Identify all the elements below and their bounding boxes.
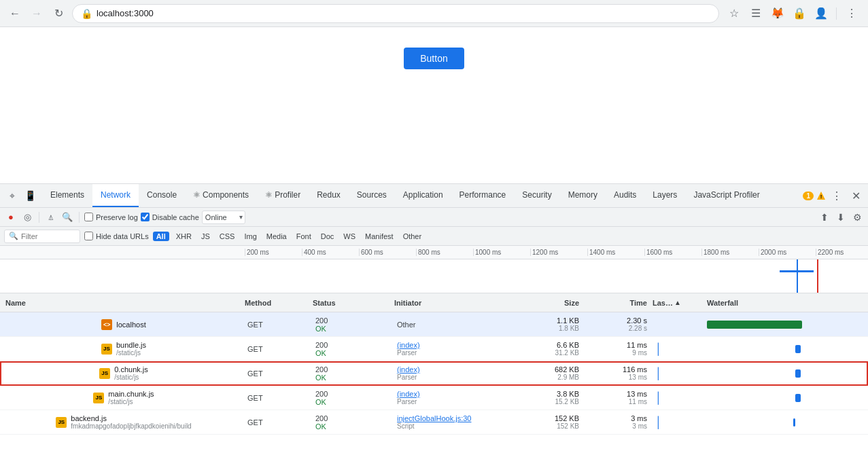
tab-redux[interactable]: Redux xyxy=(309,184,349,207)
tab-console[interactable]: Console xyxy=(139,184,185,207)
filter-input[interactable] xyxy=(21,232,75,240)
timeline-label-2000: 2000 ms xyxy=(759,249,816,256)
filter-type-manifest[interactable]: Manifest xyxy=(362,232,396,241)
initiator-link[interactable]: (index) xyxy=(397,341,514,349)
cell-name-inner: localhost xyxy=(116,321,145,329)
cell-las-localhost xyxy=(653,312,707,336)
tab-redux-label: Redux xyxy=(317,190,341,200)
filter-type-ws[interactable]: WS xyxy=(341,232,358,241)
components-icon: ⚛ xyxy=(193,190,201,200)
filter-type-xhr[interactable]: XHR xyxy=(173,232,194,241)
tab-elements[interactable]: Elements xyxy=(42,184,92,207)
preserve-log-checkbox[interactable] xyxy=(84,213,93,221)
time-main: 2.30 s xyxy=(627,316,647,325)
cell-size-localhost: 1.1 KB 1.8 KB xyxy=(517,312,585,336)
disable-cache-checkbox[interactable] xyxy=(141,213,150,221)
filter-type-css[interactable]: CSS xyxy=(217,232,238,241)
initiator-link[interactable]: (index) xyxy=(397,365,514,374)
devtools-more-button[interactable]: ⋮ xyxy=(829,187,845,204)
search-button[interactable]: 🔍 xyxy=(60,211,74,224)
tab-sources-label: Sources xyxy=(357,190,387,200)
cell-waterfall-backend xyxy=(707,410,868,434)
col-header-las[interactable]: Las… ▲ xyxy=(653,299,707,307)
tab-layers[interactable]: Layers xyxy=(644,184,685,207)
import-button[interactable]: ⬆ xyxy=(818,211,831,224)
back-button[interactable]: ← xyxy=(7,5,23,22)
forward-button[interactable]: → xyxy=(29,5,45,22)
filter-type-other[interactable]: Other xyxy=(400,232,425,241)
table-row[interactable]: JS main.chunk.js /static/js GET 200 OK (… xyxy=(0,386,868,410)
filter-type-font[interactable]: Font xyxy=(294,232,314,241)
size-secondary: 31.2 KB xyxy=(555,349,579,357)
col-header-name[interactable]: Name xyxy=(0,299,245,307)
tab-audits[interactable]: Audits xyxy=(606,184,644,207)
tab-components[interactable]: ⚛ Components xyxy=(185,184,257,207)
tab-application[interactable]: Application xyxy=(395,184,451,207)
filter-type-js[interactable]: JS xyxy=(198,232,213,241)
svg-text:!: ! xyxy=(820,194,822,200)
col-header-time[interactable]: Time xyxy=(585,299,653,307)
bookmark-button[interactable]: ☆ xyxy=(725,4,744,23)
cell-name-inner: backend.js fmkadmapgofadopljbjfkapdkoien… xyxy=(71,414,191,430)
table-row[interactable]: JS backend.js fmkadmapgofadopljbjfkapdko… xyxy=(0,410,868,435)
address-bar[interactable]: 🔒 localhost:3000 xyxy=(72,4,719,23)
filter-type-media[interactable]: Media xyxy=(264,232,290,241)
cell-las-chunk: │ xyxy=(653,361,707,385)
filter-type-img[interactable]: Img xyxy=(241,232,259,241)
hide-data-checkbox[interactable] xyxy=(84,232,93,240)
profile-button[interactable]: 👤 xyxy=(812,4,831,23)
initiator-type: Parser xyxy=(397,349,514,357)
cell-initiator-bundle: (index) Parser xyxy=(394,337,517,361)
col-header-method[interactable]: Method xyxy=(245,299,313,307)
timeline-labels: 200 ms 400 ms 600 ms 800 ms 1000 ms 1200… xyxy=(245,249,868,256)
cell-name-chunk: JS 0.chunk.js /static/js xyxy=(0,361,245,385)
record-button[interactable]: ● xyxy=(4,211,18,224)
tab-network[interactable]: Network xyxy=(92,184,139,207)
table-row[interactable]: JS 0.chunk.js /static/js GET 200 OK (ind… xyxy=(0,361,868,386)
col-header-waterfall[interactable]: Waterfall xyxy=(707,299,868,307)
extension-2-button[interactable]: 🔒 xyxy=(790,4,809,23)
tab-js-profiler[interactable]: JavaScript Profiler xyxy=(685,184,767,207)
col-header-size[interactable]: Size xyxy=(517,299,585,307)
time-secondary: 13 ms xyxy=(629,374,647,381)
hide-data-label[interactable]: Hide data URLs xyxy=(84,232,149,240)
col-header-initiator[interactable]: Initiator xyxy=(394,299,517,307)
inspect-element-button[interactable]: ⌖ xyxy=(4,187,20,204)
table-row[interactable]: JS bundle.js /static/js GET 200 OK (inde… xyxy=(0,337,868,361)
waterfall-marker-icon: │ xyxy=(655,343,704,355)
tab-sources[interactable]: Sources xyxy=(349,184,395,207)
waterfall-bar xyxy=(795,345,801,353)
throttle-select[interactable]: Online Fast 3G Slow 3G Offline xyxy=(202,211,245,224)
cell-initiator-backend: injectGlobalHook.js:30 Script xyxy=(394,410,517,434)
devtools-close-button[interactable]: ✕ xyxy=(848,187,864,204)
timeline-label-600: 600 ms xyxy=(359,249,416,256)
filter-type-all[interactable]: All xyxy=(153,232,169,241)
table-row[interactable]: <> localhost GET 200 OK Other 1.1 KB 1.8… xyxy=(0,312,868,337)
timeline-label-400: 400 ms xyxy=(302,249,359,256)
extension-1-button[interactable]: 🦊 xyxy=(768,4,787,23)
tab-profiler[interactable]: ⚛ Profiler xyxy=(257,184,309,207)
reload-button[interactable]: ↻ xyxy=(50,5,67,22)
initiator-link[interactable]: (index) xyxy=(397,390,514,398)
timeline-graph[interactable] xyxy=(0,259,868,293)
tab-performance[interactable]: Performance xyxy=(451,184,515,207)
device-toggle-button[interactable]: 📱 xyxy=(22,187,38,204)
more-button[interactable]: ⋮ xyxy=(842,4,861,23)
col-header-status[interactable]: Status xyxy=(313,299,394,307)
timeline-label-800: 800 ms xyxy=(416,249,473,256)
disable-cache-label[interactable]: Disable cache xyxy=(141,213,199,221)
tab-memory[interactable]: Memory xyxy=(560,184,606,207)
bookmark-list-button[interactable]: ☰ xyxy=(746,4,765,23)
preserve-log-label[interactable]: Preserve log xyxy=(84,213,138,221)
settings-button[interactable]: ⚙ xyxy=(850,211,864,224)
cell-name-localhost: <> localhost xyxy=(0,312,245,336)
size-main: 1.1 KB xyxy=(557,316,579,325)
clear-button[interactable]: ◎ xyxy=(20,211,34,224)
filter-type-doc[interactable]: Doc xyxy=(318,232,337,241)
initiator-link[interactable]: injectGlobalHook.js:30 xyxy=(397,414,514,422)
filter-button[interactable]: ⍋ xyxy=(44,211,58,224)
tab-security[interactable]: Security xyxy=(514,184,559,207)
export-button[interactable]: ⬇ xyxy=(834,211,848,224)
page-button[interactable]: Button xyxy=(404,48,464,69)
lock-icon: 🔒 xyxy=(81,8,92,19)
